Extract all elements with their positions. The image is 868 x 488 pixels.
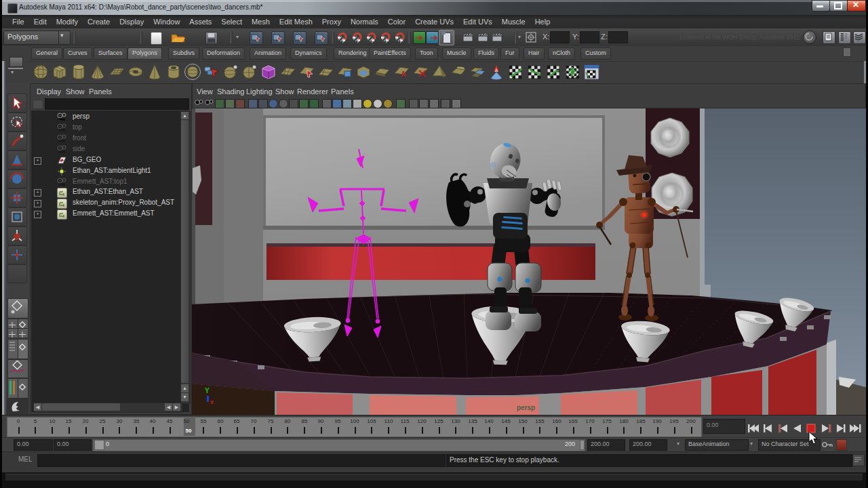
svg-text:persp: persp xyxy=(517,404,535,411)
svg-text:Y: Y xyxy=(205,387,210,394)
svg-text:A: A xyxy=(401,70,406,78)
svg-text:x: x xyxy=(210,399,214,405)
